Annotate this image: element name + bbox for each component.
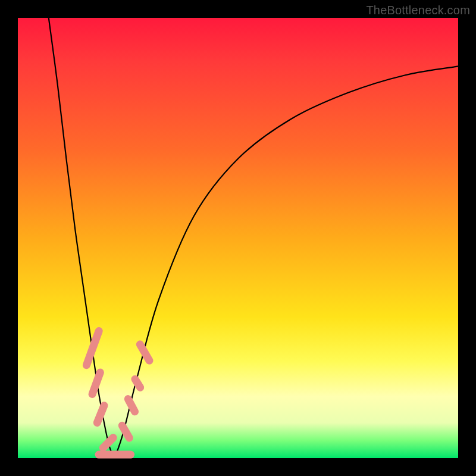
right-branch-curve: [115, 66, 458, 458]
chart-frame: TheBottleneck.com: [0, 0, 476, 476]
marker-capsule: [98, 432, 118, 453]
marker-capsule: [134, 339, 154, 366]
marker-capsule: [130, 374, 146, 393]
attribution-text: TheBottleneck.com: [366, 4, 470, 17]
marker-capsule: [92, 400, 109, 428]
left-branch-curve: [49, 18, 115, 458]
plot-area: [18, 18, 458, 458]
marker-cluster: [82, 326, 155, 459]
marker-capsule: [123, 394, 140, 417]
curve-layer: [18, 18, 458, 458]
marker-capsule: [87, 368, 105, 399]
marker-capsule: [95, 451, 135, 459]
marker-capsule: [82, 326, 104, 370]
